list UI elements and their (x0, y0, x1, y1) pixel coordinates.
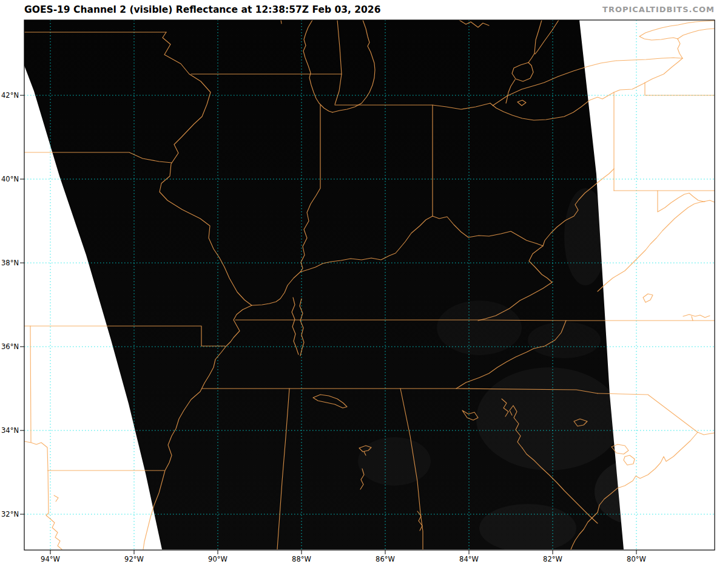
lon-tick-label: 90°W (208, 555, 228, 563)
page-title: GOES-19 Channel 2 (visible) Reflectance … (24, 4, 380, 15)
smith-mountain-lake (643, 294, 653, 302)
satellite-image-viewer: GOES-19 Channel 2 (visible) Reflectance … (0, 0, 728, 564)
border-tx-la (46, 471, 62, 549)
lake-ontario-south-shore (678, 29, 715, 39)
border-ar-ok-tx (24, 326, 48, 471)
lon-tick-label: 94°W (41, 555, 60, 563)
lon-tick-label: 84°W (459, 555, 479, 563)
lon-tick-label: 92°W (124, 555, 144, 563)
map-canvas: GOES-19 Channel 2 (visible) Reflectance … (0, 0, 728, 564)
border-ny-pa (645, 83, 715, 95)
lat-tick-label: 42°N (1, 91, 19, 100)
lon-tick-label: 80°W (627, 555, 646, 563)
watermark-logo: TROPICALTIDBITS.COM (602, 5, 715, 14)
lake-ontario-north-shore (639, 21, 715, 40)
longitude-axis: 94°W 92°W 90°W 88°W 86°W 84°W 82°W 80°W (41, 555, 646, 563)
lat-tick-label: 34°N (1, 426, 19, 435)
lat-tick-label: 36°N (1, 342, 19, 351)
caddo-lake (54, 495, 58, 501)
niagara-river (678, 39, 682, 58)
lat-tick-label: 32°N (1, 510, 19, 518)
lat-tick-label: 40°N (1, 175, 19, 183)
lon-tick-label: 88°W (292, 555, 311, 563)
border-va-wv (598, 202, 705, 291)
lon-tick-label: 82°W (543, 555, 562, 563)
satellite-swath (24, 20, 679, 552)
lon-tick-label: 86°W (376, 555, 395, 563)
kerr-gaston-lakes (683, 314, 710, 321)
lat-tick-label: 38°N (1, 259, 19, 267)
latitude-axis: 42°N 40°N 38°N 36°N 34°N 32°N (1, 91, 19, 518)
